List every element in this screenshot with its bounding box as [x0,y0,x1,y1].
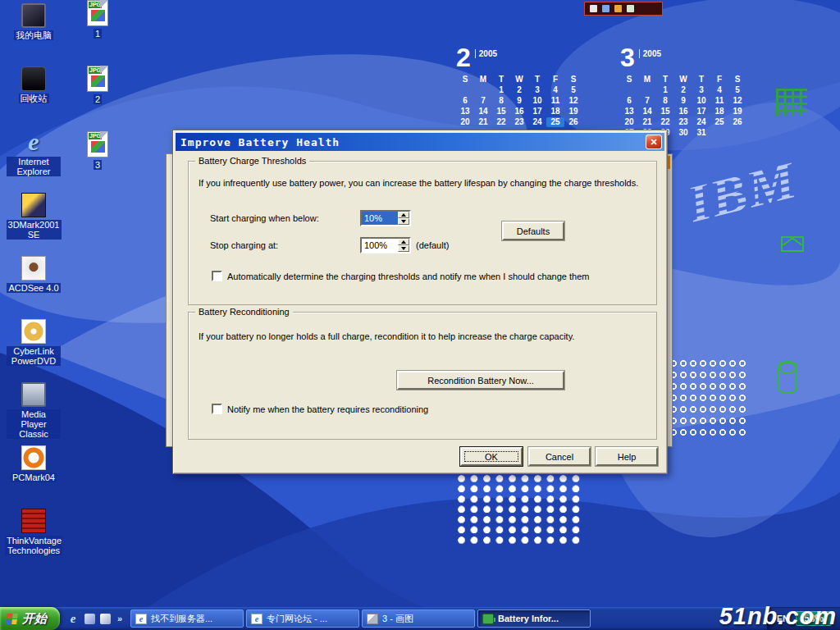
notify-reconditioning-checkbox-row[interactable]: Notify me when the battery requires reco… [212,404,428,414]
calendar-day: 5 [564,85,582,95]
desktop-icon-recycle-bin[interactable]: 回收站 [7,66,61,130]
calendar-day [620,85,638,95]
calendar-day [638,85,656,95]
jpg-badge: JPG [89,2,102,8]
calendar-day: 6 [620,96,638,106]
desktop-icon-label: ACDSee 4.0 [7,283,60,293]
jpg-file-label: 2 [94,94,102,104]
spin-up-button[interactable] [398,239,409,245]
quick-launch-bar: e» [60,612,130,625]
help-button[interactable]: Help [596,447,658,466]
improve-battery-health-dialog: Improve Battery Health ✕ Battery Charge … [172,130,668,474]
jpg-thumbnail [91,75,105,87]
calendar-day: 10 [528,96,546,106]
desktop-icon-media-player-classic[interactable]: Media Player Classic [7,382,61,445]
calendar-month-number: 3 [620,45,635,70]
calendar-day: 22 [492,117,510,127]
calendar-day: 14 [638,107,656,116]
spinner-buttons [398,212,409,225]
desktop-icon-3dmark2001[interactable]: 3DMark2001 SE [7,193,61,256]
jpg-file-icon[interactable]: JPG3 [77,131,118,197]
auto-determine-checkbox[interactable] [212,271,222,281]
start-charging-spinner[interactable]: 10% [360,210,411,226]
powerdvd-icon [21,319,46,344]
start-label: 开始 [22,611,47,627]
spin-down-button[interactable] [398,245,409,252]
close-button[interactable]: ✕ [646,135,662,149]
task-label: 找不到服务器... [151,613,212,625]
stop-charging-value[interactable]: 100% [362,239,398,252]
desktop-icon-acdsee[interactable]: ACDSee 4.0 [7,256,61,319]
dialog-titlebar[interactable]: Improve Battery Health ✕ [176,133,664,151]
jpg-file-label: 3 [94,160,102,170]
show-desktop-icon[interactable] [100,614,111,624]
calendar-day: 6 [456,96,474,106]
internet-explorer-icon[interactable]: e [66,612,80,625]
calendar-grid: SMTWTFS123456789101112131415161718192021… [456,75,587,127]
spin-down-button[interactable] [398,218,409,225]
start-button[interactable]: 开始 [0,607,60,630]
taskbar-task-button[interactable]: Battery Infor... [477,609,591,628]
calendar-day: 18 [710,107,728,116]
calendar-day: 11 [710,96,728,106]
calendar-day: 30 [674,128,692,138]
jpg-file-icon[interactable]: JPG2 [77,66,118,131]
auto-determine-checkbox-row[interactable]: Automatically determine the charging thr… [212,271,589,281]
cancel-button[interactable]: Cancel [528,447,591,466]
start-charging-label: Start charging when below: [210,213,319,223]
reconditioning-description: If your battery no longer holds a full c… [199,331,646,341]
stop-charging-spinner[interactable]: 100% [360,237,411,253]
taskbar-task-button[interactable]: 3 - 画图 [362,609,475,628]
keypad-grid-icon [776,89,807,116]
ok-button[interactable]: OK [460,447,523,466]
calendar-day: 26 [728,117,746,127]
calendar-day: 3 [692,85,710,95]
calendar-day: 13 [456,107,474,116]
media-player-icon[interactable] [84,614,95,624]
desktop-icon-column: 我的电脑回收站eInternet Explorer3DMark2001 SEAC… [7,3,61,572]
spin-up-button[interactable] [398,212,409,218]
recondition-battery-button[interactable]: Recondition Battery Now... [397,371,564,390]
calendar-day: 5 [728,85,746,95]
calendar-day: 19 [564,107,582,116]
jpg-file-column: JPG1JPG2JPG3 [77,0,118,197]
task-buttons: e找不到服务器...e专门网论坛 - ...3 - 画图Battery Info… [130,609,591,628]
start-charging-value[interactable]: 10% [362,212,398,225]
my-computer-icon [21,3,46,28]
calendar-header: 32005 [620,45,751,75]
battery-charge-thresholds-group: Battery Charge Thresholds If you infrequ… [188,161,657,305]
default-note: (default) [416,240,449,250]
task-label: 专门网论坛 - ... [267,613,327,625]
calendar-day: 11 [546,96,564,106]
calendar-day [474,85,492,95]
taskbar-task-button[interactable]: e专门网论坛 - ... [246,609,359,628]
calendar-day: 1 [656,85,674,95]
defaults-button[interactable]: Defaults [502,221,564,240]
calendar-day-header: W [510,75,528,84]
calendar-month-number: 2 [456,45,471,70]
desktop-icon-label: 我的电脑 [14,30,53,40]
taskbar-task-button[interactable]: e找不到服务器... [130,609,244,628]
calendar-day: 21 [638,117,656,127]
desktop-icon-internet-explorer[interactable]: eInternet Explorer [7,130,61,193]
up-arrow-icon [401,213,406,217]
calendar-day: 18 [546,107,564,116]
calendar-day: 22 [656,117,674,127]
desktop-icon-label: 3DMark2001 SE [7,220,62,240]
calendar-day: 9 [674,96,692,106]
calendar-header: 22005 [456,45,587,75]
desktop-icon-pcmark04[interactable]: PCMark04 [7,445,61,509]
desktop-icon-my-computer[interactable]: 我的电脑 [7,3,61,66]
overflow-icon[interactable]: » [116,612,124,625]
calendar-day: 12 [564,96,582,106]
calendar-day-header: S [620,75,638,84]
battery-reconditioning-group: Battery Reconditioning If your battery n… [188,312,657,440]
desktop-icon-powerdvd[interactable]: CyberLink PowerDVD [7,319,61,382]
desktop-icon-thinkvantage[interactable]: ThinkVantage Technologies [7,509,61,572]
calendar-day: 20 [456,117,474,127]
calendar-day: 12 [728,96,746,106]
wallpaper-mini-toolbar [584,2,663,16]
jpg-file-icon[interactable]: JPG1 [77,0,118,66]
calendar-day-header: W [674,75,692,84]
notify-reconditioning-checkbox[interactable] [212,404,222,414]
